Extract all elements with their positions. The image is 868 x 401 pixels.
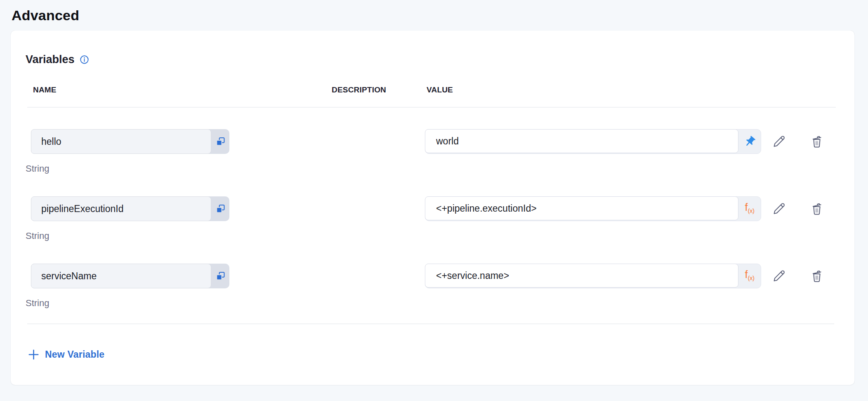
variable-value-group xyxy=(425,129,761,154)
variables-info-button[interactable] xyxy=(80,54,90,64)
edit-variable-button[interactable] xyxy=(772,269,786,283)
variable-type-label: String xyxy=(26,230,330,242)
name-cell: String xyxy=(26,196,330,242)
new-variable-label: New Variable xyxy=(45,349,104,360)
variable-value-input[interactable] xyxy=(425,196,738,220)
copy-icon xyxy=(215,136,226,147)
info-icon xyxy=(80,55,89,64)
pinned-value-type-button[interactable] xyxy=(738,130,761,153)
expression-value-type-button[interactable]: f(x) xyxy=(738,264,761,288)
variable-name-input[interactable] xyxy=(31,129,211,154)
edit-variable-button[interactable] xyxy=(772,134,786,149)
column-header-value: VALUE xyxy=(427,85,836,94)
expression-value-type-button[interactable]: f(x) xyxy=(738,197,761,221)
delete-variable-button[interactable] xyxy=(810,134,824,149)
variable-name-group xyxy=(31,264,229,288)
fx-icon: f(x) xyxy=(745,202,755,216)
column-header-description: DESCRIPTION xyxy=(332,85,427,94)
delete-variable-button[interactable] xyxy=(810,269,824,283)
variable-value-group: f(x) xyxy=(425,196,761,221)
row-actions xyxy=(761,196,854,221)
copy-variable-button[interactable] xyxy=(211,264,229,288)
variable-value-input[interactable] xyxy=(425,129,738,153)
variables-heading: Variables xyxy=(26,54,854,65)
copy-icon xyxy=(215,271,226,282)
variable-name-group xyxy=(31,129,229,154)
trash-icon xyxy=(810,269,823,283)
pin-icon xyxy=(743,135,756,148)
variable-value-group: f(x) xyxy=(425,264,761,288)
pencil-icon xyxy=(772,135,785,148)
trash-icon xyxy=(810,135,823,148)
name-cell: String xyxy=(26,264,330,309)
variable-row-pipelineExecutionId: String f(x) xyxy=(26,196,854,242)
variables-title: Variables xyxy=(26,54,75,65)
copy-variable-button[interactable] xyxy=(211,129,229,154)
variable-name-input[interactable] xyxy=(31,264,211,288)
copy-icon xyxy=(215,203,226,215)
variable-name-input[interactable] xyxy=(31,196,211,221)
delete-variable-button[interactable] xyxy=(810,202,824,216)
variables-panel: Variables NAME DESCRIPTION VALUE xyxy=(11,31,854,385)
variable-row-hello: String xyxy=(26,129,854,175)
table-bottom-divider xyxy=(27,323,834,324)
column-header-name: NAME xyxy=(33,85,332,94)
name-cell: String xyxy=(26,129,330,175)
variable-value-input[interactable] xyxy=(425,264,738,288)
trash-icon xyxy=(810,202,823,215)
variable-name-group xyxy=(31,196,229,221)
variable-row-serviceName: String f(x) xyxy=(26,264,854,309)
plus-icon xyxy=(28,349,39,360)
variable-type-label: String xyxy=(26,163,330,175)
pencil-icon xyxy=(772,202,785,215)
row-actions xyxy=(761,264,854,288)
copy-variable-button[interactable] xyxy=(211,196,229,221)
variables-rows: String xyxy=(26,108,854,309)
fx-icon: f(x) xyxy=(745,269,755,283)
variable-description-cell xyxy=(330,129,425,154)
row-actions xyxy=(761,129,854,154)
page-title: Advanced xyxy=(12,8,868,22)
variable-description-cell xyxy=(330,196,425,221)
edit-variable-button[interactable] xyxy=(772,202,786,216)
variable-type-label: String xyxy=(26,297,330,309)
variables-table-header: NAME DESCRIPTION VALUE xyxy=(27,85,836,108)
pencil-icon xyxy=(772,269,785,283)
new-variable-button[interactable]: New Variable xyxy=(28,349,104,360)
variable-description-cell xyxy=(330,264,425,288)
